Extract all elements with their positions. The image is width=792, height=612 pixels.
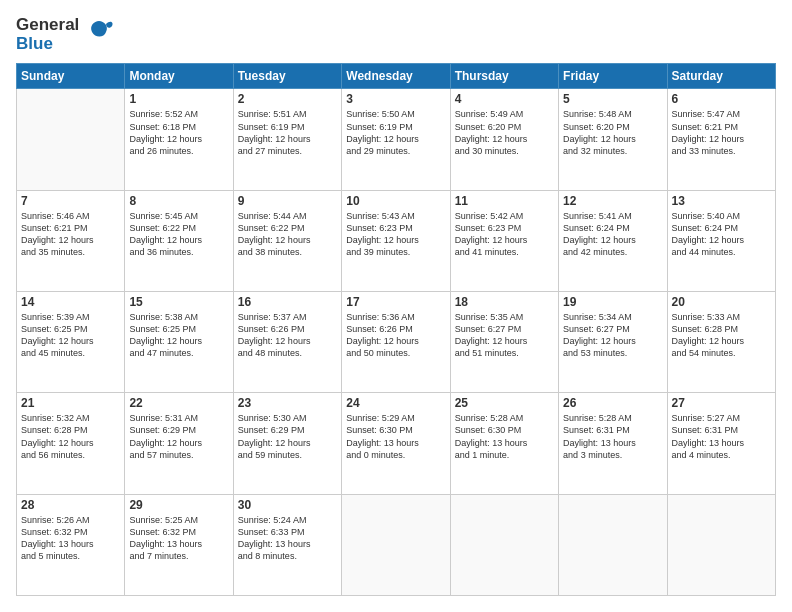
day-info: Sunrise: 5:32 AM Sunset: 6:28 PM Dayligh… <box>21 412 120 461</box>
header: General Blue <box>16 16 776 53</box>
day-info: Sunrise: 5:40 AM Sunset: 6:24 PM Dayligh… <box>672 210 771 259</box>
day-number: 12 <box>563 194 662 208</box>
day-info: Sunrise: 5:47 AM Sunset: 6:21 PM Dayligh… <box>672 108 771 157</box>
day-number: 11 <box>455 194 554 208</box>
week-row-2: 7Sunrise: 5:46 AM Sunset: 6:21 PM Daylig… <box>17 190 776 291</box>
day-info: Sunrise: 5:51 AM Sunset: 6:19 PM Dayligh… <box>238 108 337 157</box>
calendar-cell: 28Sunrise: 5:26 AM Sunset: 6:32 PM Dayli… <box>17 494 125 595</box>
day-number: 3 <box>346 92 445 106</box>
logo-blue: Blue <box>16 35 79 54</box>
day-number: 2 <box>238 92 337 106</box>
calendar-cell <box>450 494 558 595</box>
day-info: Sunrise: 5:39 AM Sunset: 6:25 PM Dayligh… <box>21 311 120 360</box>
day-info: Sunrise: 5:37 AM Sunset: 6:26 PM Dayligh… <box>238 311 337 360</box>
weekday-header-thursday: Thursday <box>450 64 558 89</box>
weekday-header-tuesday: Tuesday <box>233 64 341 89</box>
day-info: Sunrise: 5:34 AM Sunset: 6:27 PM Dayligh… <box>563 311 662 360</box>
day-info: Sunrise: 5:30 AM Sunset: 6:29 PM Dayligh… <box>238 412 337 461</box>
weekday-header-saturday: Saturday <box>667 64 775 89</box>
day-number: 23 <box>238 396 337 410</box>
calendar-cell: 23Sunrise: 5:30 AM Sunset: 6:29 PM Dayli… <box>233 393 341 494</box>
calendar-cell <box>667 494 775 595</box>
day-number: 1 <box>129 92 228 106</box>
day-info: Sunrise: 5:24 AM Sunset: 6:33 PM Dayligh… <box>238 514 337 563</box>
calendar-cell: 27Sunrise: 5:27 AM Sunset: 6:31 PM Dayli… <box>667 393 775 494</box>
day-number: 7 <box>21 194 120 208</box>
day-number: 6 <box>672 92 771 106</box>
calendar-cell: 3Sunrise: 5:50 AM Sunset: 6:19 PM Daylig… <box>342 89 450 190</box>
day-number: 16 <box>238 295 337 309</box>
day-number: 8 <box>129 194 228 208</box>
calendar-cell: 24Sunrise: 5:29 AM Sunset: 6:30 PM Dayli… <box>342 393 450 494</box>
day-number: 25 <box>455 396 554 410</box>
calendar-cell: 13Sunrise: 5:40 AM Sunset: 6:24 PM Dayli… <box>667 190 775 291</box>
day-number: 22 <box>129 396 228 410</box>
calendar-cell: 29Sunrise: 5:25 AM Sunset: 6:32 PM Dayli… <box>125 494 233 595</box>
calendar-cell: 6Sunrise: 5:47 AM Sunset: 6:21 PM Daylig… <box>667 89 775 190</box>
calendar-cell: 26Sunrise: 5:28 AM Sunset: 6:31 PM Dayli… <box>559 393 667 494</box>
calendar-cell: 21Sunrise: 5:32 AM Sunset: 6:28 PM Dayli… <box>17 393 125 494</box>
day-info: Sunrise: 5:27 AM Sunset: 6:31 PM Dayligh… <box>672 412 771 461</box>
day-info: Sunrise: 5:43 AM Sunset: 6:23 PM Dayligh… <box>346 210 445 259</box>
day-number: 24 <box>346 396 445 410</box>
day-info: Sunrise: 5:25 AM Sunset: 6:32 PM Dayligh… <box>129 514 228 563</box>
day-number: 4 <box>455 92 554 106</box>
page: General Blue SundayMondayTuesdayWednesda… <box>0 0 792 612</box>
calendar-cell <box>17 89 125 190</box>
day-number: 14 <box>21 295 120 309</box>
day-info: Sunrise: 5:31 AM Sunset: 6:29 PM Dayligh… <box>129 412 228 461</box>
calendar-cell: 10Sunrise: 5:43 AM Sunset: 6:23 PM Dayli… <box>342 190 450 291</box>
calendar-cell: 25Sunrise: 5:28 AM Sunset: 6:30 PM Dayli… <box>450 393 558 494</box>
calendar-cell: 18Sunrise: 5:35 AM Sunset: 6:27 PM Dayli… <box>450 292 558 393</box>
day-info: Sunrise: 5:44 AM Sunset: 6:22 PM Dayligh… <box>238 210 337 259</box>
day-info: Sunrise: 5:50 AM Sunset: 6:19 PM Dayligh… <box>346 108 445 157</box>
logo: General Blue <box>16 16 114 53</box>
day-number: 9 <box>238 194 337 208</box>
calendar-cell <box>342 494 450 595</box>
day-number: 30 <box>238 498 337 512</box>
calendar-cell: 7Sunrise: 5:46 AM Sunset: 6:21 PM Daylig… <box>17 190 125 291</box>
calendar-cell: 15Sunrise: 5:38 AM Sunset: 6:25 PM Dayli… <box>125 292 233 393</box>
calendar-cell: 9Sunrise: 5:44 AM Sunset: 6:22 PM Daylig… <box>233 190 341 291</box>
calendar-cell: 11Sunrise: 5:42 AM Sunset: 6:23 PM Dayli… <box>450 190 558 291</box>
day-info: Sunrise: 5:28 AM Sunset: 6:31 PM Dayligh… <box>563 412 662 461</box>
day-info: Sunrise: 5:29 AM Sunset: 6:30 PM Dayligh… <box>346 412 445 461</box>
calendar-cell <box>559 494 667 595</box>
calendar-cell: 19Sunrise: 5:34 AM Sunset: 6:27 PM Dayli… <box>559 292 667 393</box>
weekday-header-sunday: Sunday <box>17 64 125 89</box>
calendar-cell: 30Sunrise: 5:24 AM Sunset: 6:33 PM Dayli… <box>233 494 341 595</box>
day-info: Sunrise: 5:48 AM Sunset: 6:20 PM Dayligh… <box>563 108 662 157</box>
calendar-cell: 8Sunrise: 5:45 AM Sunset: 6:22 PM Daylig… <box>125 190 233 291</box>
weekday-header-row: SundayMondayTuesdayWednesdayThursdayFrid… <box>17 64 776 89</box>
calendar-table: SundayMondayTuesdayWednesdayThursdayFrid… <box>16 63 776 596</box>
day-info: Sunrise: 5:38 AM Sunset: 6:25 PM Dayligh… <box>129 311 228 360</box>
calendar-cell: 2Sunrise: 5:51 AM Sunset: 6:19 PM Daylig… <box>233 89 341 190</box>
day-info: Sunrise: 5:35 AM Sunset: 6:27 PM Dayligh… <box>455 311 554 360</box>
calendar-cell: 16Sunrise: 5:37 AM Sunset: 6:26 PM Dayli… <box>233 292 341 393</box>
logo-general: General <box>16 16 79 35</box>
calendar-cell: 17Sunrise: 5:36 AM Sunset: 6:26 PM Dayli… <box>342 292 450 393</box>
calendar-cell: 20Sunrise: 5:33 AM Sunset: 6:28 PM Dayli… <box>667 292 775 393</box>
week-row-1: 1Sunrise: 5:52 AM Sunset: 6:18 PM Daylig… <box>17 89 776 190</box>
day-info: Sunrise: 5:41 AM Sunset: 6:24 PM Dayligh… <box>563 210 662 259</box>
weekday-header-friday: Friday <box>559 64 667 89</box>
day-number: 20 <box>672 295 771 309</box>
calendar-cell: 12Sunrise: 5:41 AM Sunset: 6:24 PM Dayli… <box>559 190 667 291</box>
day-info: Sunrise: 5:33 AM Sunset: 6:28 PM Dayligh… <box>672 311 771 360</box>
day-info: Sunrise: 5:42 AM Sunset: 6:23 PM Dayligh… <box>455 210 554 259</box>
day-number: 10 <box>346 194 445 208</box>
day-number: 26 <box>563 396 662 410</box>
day-number: 27 <box>672 396 771 410</box>
day-number: 19 <box>563 295 662 309</box>
week-row-5: 28Sunrise: 5:26 AM Sunset: 6:32 PM Dayli… <box>17 494 776 595</box>
day-number: 13 <box>672 194 771 208</box>
day-info: Sunrise: 5:45 AM Sunset: 6:22 PM Dayligh… <box>129 210 228 259</box>
day-info: Sunrise: 5:36 AM Sunset: 6:26 PM Dayligh… <box>346 311 445 360</box>
calendar-cell: 4Sunrise: 5:49 AM Sunset: 6:20 PM Daylig… <box>450 89 558 190</box>
weekday-header-monday: Monday <box>125 64 233 89</box>
weekday-header-wednesday: Wednesday <box>342 64 450 89</box>
day-number: 5 <box>563 92 662 106</box>
day-number: 29 <box>129 498 228 512</box>
day-info: Sunrise: 5:28 AM Sunset: 6:30 PM Dayligh… <box>455 412 554 461</box>
calendar-cell: 1Sunrise: 5:52 AM Sunset: 6:18 PM Daylig… <box>125 89 233 190</box>
